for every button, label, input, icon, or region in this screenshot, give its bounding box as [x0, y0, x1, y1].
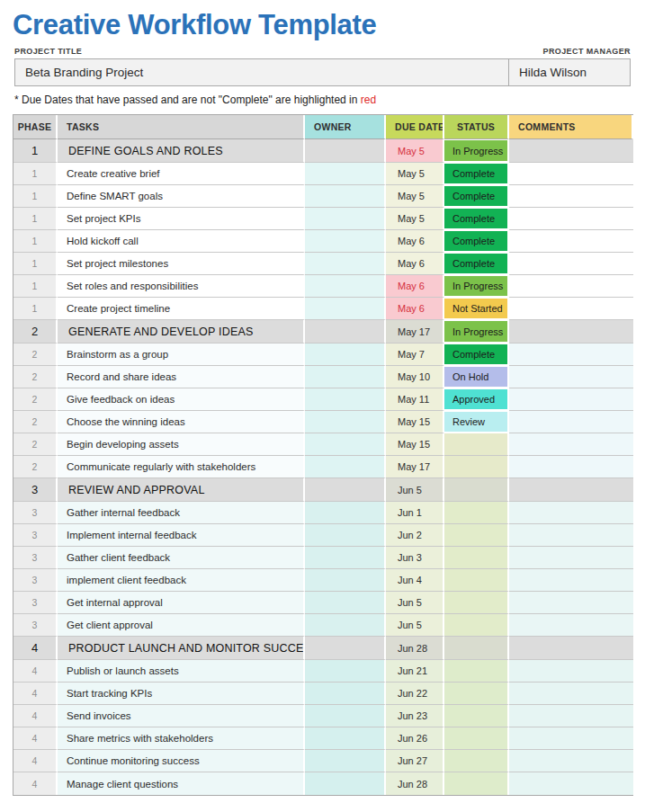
due-date-cell[interactable]: Jun 1 — [386, 502, 444, 524]
owner-cell[interactable] — [305, 230, 386, 253]
comments-cell[interactable] — [509, 388, 633, 411]
due-date-cell[interactable]: May 5 — [386, 139, 444, 163]
comments-cell[interactable] — [509, 502, 633, 524]
status-cell[interactable] — [444, 547, 509, 569]
owner-cell[interactable] — [305, 456, 386, 478]
owner-cell[interactable] — [305, 320, 386, 344]
comments-cell[interactable] — [509, 253, 633, 275]
due-date-cell[interactable]: Jun 26 — [386, 727, 444, 750]
status-cell[interactable]: Approved — [444, 388, 509, 411]
owner-cell[interactable] — [305, 139, 386, 163]
owner-cell[interactable] — [305, 208, 386, 230]
owner-cell[interactable] — [305, 366, 386, 388]
comments-cell[interactable] — [509, 478, 633, 502]
due-date-cell[interactable]: Jun 4 — [386, 569, 444, 592]
status-cell[interactable]: Complete — [444, 253, 509, 275]
status-cell[interactable] — [444, 750, 509, 772]
phase-cell[interactable]: 3 — [13, 592, 58, 614]
comments-cell[interactable] — [509, 592, 633, 614]
comments-cell[interactable] — [509, 366, 633, 388]
due-date-cell[interactable]: May 15 — [386, 411, 444, 433]
status-cell[interactable] — [444, 502, 509, 524]
task-cell[interactable]: Give feedback on ideas — [58, 388, 305, 411]
due-date-cell[interactable]: Jun 5 — [386, 592, 444, 614]
status-cell[interactable] — [444, 705, 509, 727]
task-cell[interactable]: GENERATE AND DEVELOP IDEAS — [58, 320, 305, 344]
owner-cell[interactable] — [305, 275, 386, 298]
comments-cell[interactable] — [509, 456, 633, 478]
due-date-cell[interactable]: May 10 — [386, 366, 444, 388]
phase-cell[interactable]: 3 — [13, 547, 58, 569]
status-cell[interactable]: In Progress — [444, 139, 509, 163]
comments-cell[interactable] — [509, 547, 633, 569]
task-cell[interactable]: Share metrics with stakeholders — [58, 727, 305, 750]
due-date-cell[interactable]: May 5 — [386, 208, 444, 230]
task-cell[interactable]: DEFINE GOALS AND ROLES — [58, 139, 305, 163]
task-cell[interactable]: Brainstorm as a group — [58, 344, 305, 366]
status-cell[interactable]: Complete — [444, 208, 509, 230]
owner-cell[interactable] — [305, 772, 386, 795]
due-date-cell[interactable]: May 5 — [386, 185, 444, 208]
owner-cell[interactable] — [305, 683, 386, 705]
due-date-cell[interactable]: May 11 — [386, 388, 444, 411]
task-cell[interactable]: Set project milestones — [58, 253, 305, 275]
phase-cell[interactable]: 3 — [13, 614, 58, 637]
status-cell[interactable] — [444, 660, 509, 683]
comments-cell[interactable] — [509, 524, 633, 547]
status-cell[interactable] — [444, 614, 509, 637]
owner-cell[interactable] — [305, 344, 386, 366]
status-cell[interactable] — [444, 433, 509, 456]
status-cell[interactable] — [444, 592, 509, 614]
owner-cell[interactable] — [305, 411, 386, 433]
status-cell[interactable]: Complete — [444, 185, 509, 208]
comments-cell[interactable] — [509, 208, 633, 230]
task-cell[interactable]: REVIEW AND APPROVAL — [58, 478, 305, 502]
due-date-cell[interactable]: May 6 — [386, 298, 444, 320]
comments-cell[interactable] — [509, 411, 633, 433]
comments-cell[interactable] — [509, 230, 633, 253]
task-cell[interactable]: Continue monitoring success — [58, 750, 305, 772]
due-date-cell[interactable]: Jun 3 — [386, 547, 444, 569]
phase-cell[interactable]: 2 — [13, 388, 58, 411]
due-date-cell[interactable]: May 6 — [386, 253, 444, 275]
project-manager-input[interactable]: Hilda Wilson — [509, 59, 630, 85]
due-date-cell[interactable]: Jun 2 — [386, 524, 444, 547]
phase-cell[interactable]: 2 — [13, 344, 58, 366]
status-cell[interactable]: In Progress — [444, 320, 509, 344]
status-cell[interactable]: Not Started — [444, 298, 509, 320]
task-cell[interactable]: Set roles and responsibilities — [58, 275, 305, 298]
phase-cell[interactable]: 1 — [13, 208, 58, 230]
status-cell[interactable] — [444, 772, 509, 795]
comments-cell[interactable] — [509, 298, 633, 320]
due-date-cell[interactable]: Jun 21 — [386, 660, 444, 683]
phase-cell[interactable]: 1 — [13, 298, 58, 320]
comments-cell[interactable] — [509, 139, 633, 163]
phase-cell[interactable]: 3 — [13, 478, 58, 502]
owner-cell[interactable] — [305, 614, 386, 637]
status-cell[interactable]: Complete — [444, 163, 509, 185]
due-date-cell[interactable]: May 15 — [386, 433, 444, 456]
task-cell[interactable]: Define SMART goals — [58, 185, 305, 208]
phase-cell[interactable]: 4 — [13, 772, 58, 795]
status-cell[interactable]: Review — [444, 411, 509, 433]
phase-cell[interactable]: 1 — [13, 139, 58, 163]
owner-cell[interactable] — [305, 185, 386, 208]
comments-cell[interactable] — [509, 185, 633, 208]
comments-cell[interactable] — [509, 637, 633, 660]
comments-cell[interactable] — [509, 750, 633, 772]
status-cell[interactable] — [444, 478, 509, 502]
status-cell[interactable] — [444, 637, 509, 660]
task-cell[interactable]: Begin developing assets — [58, 433, 305, 456]
task-cell[interactable]: Gather internal feedback — [58, 502, 305, 524]
owner-cell[interactable] — [305, 163, 386, 185]
status-cell[interactable]: Complete — [444, 230, 509, 253]
status-cell[interactable]: Complete — [444, 344, 509, 366]
task-cell[interactable]: Send invoices — [58, 705, 305, 727]
task-cell[interactable]: Implement internal feedback — [58, 524, 305, 547]
owner-cell[interactable] — [305, 569, 386, 592]
phase-cell[interactable]: 4 — [13, 660, 58, 683]
due-date-cell[interactable]: Jun 5 — [386, 478, 444, 502]
task-cell[interactable]: Hold kickoff call — [58, 230, 305, 253]
task-cell[interactable]: implement client feedback — [58, 569, 305, 592]
phase-cell[interactable]: 4 — [13, 750, 58, 772]
